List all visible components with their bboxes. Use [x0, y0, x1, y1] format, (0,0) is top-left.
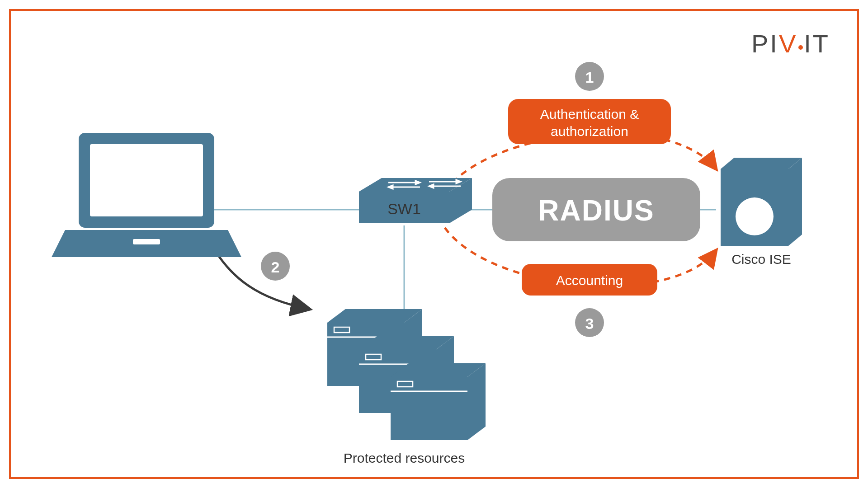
svg-text:2: 2	[271, 258, 280, 276]
step-badge-1: 1	[575, 62, 604, 91]
step-badge-2: 2	[261, 252, 290, 281]
auth-pill-line1: Authentication &	[540, 107, 639, 122]
acct-pill: Accounting	[522, 264, 657, 296]
resources-label: Protected resources	[344, 450, 465, 465]
svg-rect-1	[90, 144, 203, 216]
acct-pill-text: Accounting	[556, 273, 623, 288]
laptop-icon	[52, 133, 241, 257]
svg-text:1: 1	[585, 69, 594, 86]
radius-box: RADIUS	[492, 178, 700, 241]
diagram-canvas: SW1 RADIUS Cisco ISE	[11, 11, 857, 477]
auth-pill: Authentication & authorization	[508, 99, 671, 144]
server-icon: Cisco ISE	[721, 158, 802, 267]
auth-pill-line2: authorization	[551, 124, 628, 139]
step-badge-3: 3	[575, 308, 604, 337]
resources-icon: Protected resources	[327, 309, 486, 465]
radius-label: RADIUS	[538, 194, 654, 227]
server-label: Cisco ISE	[731, 252, 791, 267]
svg-rect-2	[133, 239, 160, 244]
switch-label: SW1	[387, 200, 421, 217]
svg-text:3: 3	[585, 315, 594, 332]
switch-icon: SW1	[359, 178, 472, 223]
svg-point-8	[736, 197, 774, 235]
